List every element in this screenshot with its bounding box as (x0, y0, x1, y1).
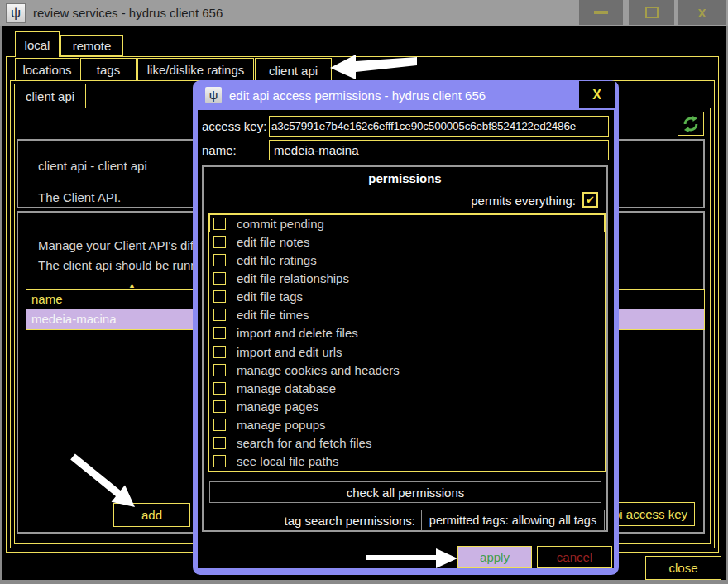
close-icon: X (697, 6, 706, 20)
tab-local-label: local (25, 38, 50, 52)
tab-tags[interactable]: tags (80, 58, 136, 81)
window-edge-left (0, 26, 2, 584)
dialog-title: edit api access permissions - hydrus cli… (229, 89, 486, 103)
permission-checkbox[interactable] (213, 254, 226, 266)
close-button-label: close (668, 561, 697, 575)
manage-line1: Manage your Client API's differ (38, 238, 208, 252)
tab-like-dislike-ratings[interactable]: like/dislike ratings (137, 58, 254, 81)
arrow-pointer-add-button (66, 448, 141, 513)
permission-row[interactable]: edit file times (209, 306, 605, 324)
permission-checkbox[interactable] (213, 218, 226, 230)
app-icon: ψ (6, 3, 26, 23)
permission-label: manage cookies and headers (237, 363, 400, 377)
tab-like-dislike-ratings-label: like/dislike ratings (147, 63, 245, 77)
permission-label: commit pending (237, 217, 324, 231)
permission-label: manage pages (237, 400, 318, 414)
permission-checkbox[interactable] (213, 419, 226, 431)
permission-label: edit file ratings (237, 253, 317, 267)
check-all-permissions-label: check all permissions (347, 486, 465, 500)
maximize-icon (645, 7, 659, 18)
review-services-window: ψ review services - hydrus client 656 X … (0, 0, 728, 584)
permission-checkbox[interactable] (213, 327, 226, 339)
permission-checkbox[interactable] (213, 236, 226, 248)
permission-row[interactable]: import and edit urls (209, 342, 605, 361)
refresh-icon (682, 115, 700, 133)
tab-client-api-inner[interactable]: client api (14, 84, 86, 108)
permission-checkbox[interactable] (213, 400, 226, 413)
arrow-pointer-client-api-tab (328, 51, 419, 81)
dialog-close-button[interactable]: X (579, 81, 615, 108)
tab-client-api[interactable]: client api (255, 58, 332, 82)
window-close-button[interactable]: X (678, 0, 726, 25)
tab-tags-label: tags (97, 63, 120, 77)
permission-label: edit file times (237, 308, 309, 322)
minimize-icon (594, 11, 608, 14)
service-info-line2: The Client API. (38, 190, 121, 204)
permission-label: edit file notes (237, 235, 309, 249)
permission-checkbox[interactable] (213, 309, 226, 321)
tab-locations[interactable]: locations (15, 58, 79, 81)
tab-client-api-label: client api (269, 64, 318, 78)
tag-search-permissions-button[interactable]: permitted tags: allowing all tags (421, 510, 605, 531)
permits-everything-checkbox[interactable]: ✔ (582, 192, 598, 208)
permission-row[interactable]: edit file relationships (209, 269, 605, 287)
permission-row[interactable]: manage database (209, 379, 605, 397)
window-title: review services - hydrus client 656 (33, 6, 223, 20)
permission-label: see local file paths (237, 454, 338, 468)
apply-button[interactable]: apply (457, 546, 532, 568)
permission-row[interactable]: edit file ratings (209, 251, 605, 269)
permission-checkbox[interactable] (213, 290, 226, 303)
permission-label: manage database (237, 381, 336, 395)
permission-label: import and delete files (237, 326, 358, 340)
cancel-button[interactable]: cancel (537, 546, 612, 568)
api-access-key-button-label: pi access key (613, 507, 687, 521)
tab-remote-label: remote (73, 39, 112, 53)
name-field[interactable]: medeia-macina (269, 140, 609, 160)
access-key-field[interactable]: a3c57991e7b4e162c6efff1ce90c500005c6ebf8… (269, 116, 609, 137)
permission-checkbox[interactable] (213, 346, 226, 358)
dialog-body: access key: a3c57991e7b4e162c6efff1ce90c… (198, 110, 614, 568)
dialog-titlebar: ψ edit api access permissions - hydrus c… (193, 80, 619, 110)
add-button-label: add (141, 508, 162, 522)
check-all-permissions-button[interactable]: check all permissions (209, 481, 601, 503)
permission-row[interactable]: manage pages (209, 397, 605, 415)
permission-row[interactable]: manage cookies and headers (209, 361, 605, 379)
dialog-app-icon: ψ (205, 87, 222, 103)
checkmark-icon: ✔ (586, 194, 595, 206)
manage-line2: The client api should be runnin (38, 258, 207, 272)
permission-row[interactable]: search for and fetch files (209, 434, 605, 452)
close-button[interactable]: close (645, 556, 721, 580)
permission-label: manage popups (237, 418, 326, 432)
permission-row[interactable]: see local file paths (209, 452, 605, 471)
permissions-list: commit pendingedit file notesedit file r… (208, 213, 606, 472)
permission-checkbox[interactable] (213, 272, 226, 285)
permission-row[interactable]: edit file notes (209, 232, 605, 251)
tab-locations-label: locations (22, 63, 71, 77)
minimize-button[interactable] (579, 0, 623, 25)
cancel-button-label: cancel (557, 550, 592, 564)
tab-client-api-inner-label: client api (26, 89, 74, 103)
permission-row[interactable]: import and delete files (209, 324, 605, 342)
arrow-pointer-apply-button (366, 547, 459, 570)
permission-label: search for and fetch files (237, 436, 371, 450)
apply-button-label: apply (480, 550, 510, 564)
tab-local[interactable]: local (15, 31, 60, 57)
permission-checkbox[interactable] (213, 364, 226, 376)
permission-row[interactable]: manage popups (209, 416, 605, 434)
permits-everything-label: permits everything: (471, 194, 576, 208)
maximize-button[interactable] (629, 0, 674, 25)
refresh-button[interactable] (678, 112, 704, 136)
tag-search-permissions-value: permitted tags: allowing all tags (429, 514, 596, 527)
edit-api-permissions-dialog: ψ edit api access permissions - hydrus c… (193, 80, 619, 575)
permission-label: import and edit urls (237, 345, 342, 359)
permission-checkbox[interactable] (213, 382, 226, 395)
permission-row[interactable]: commit pending (209, 214, 605, 232)
permissions-groupbox: permissions permits everything: ✔ commit… (202, 165, 608, 532)
permission-checkbox[interactable] (213, 455, 226, 467)
tab-remote[interactable]: remote (60, 35, 123, 56)
permission-label: edit file tags (237, 290, 303, 304)
permission-checkbox[interactable] (213, 437, 226, 449)
tag-search-permissions-label: tag search permissions: (204, 514, 415, 528)
permission-row[interactable]: edit file tags (209, 288, 605, 306)
permission-label: edit file relationships (237, 271, 349, 285)
